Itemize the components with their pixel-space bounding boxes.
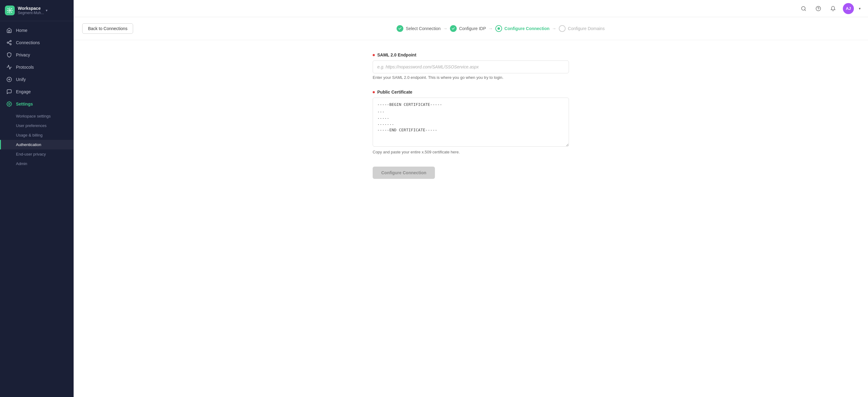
saml-endpoint-hint: Enter your SAML 2.0 endpoint. This is wh… — [373, 75, 569, 80]
step-1-icon — [397, 25, 403, 32]
step-2-label: Configure IDP — [459, 26, 486, 31]
public-cert-field: Public Certificate -----BEGIN CERTIFICAT… — [373, 90, 569, 154]
workspace-header[interactable]: Workspace Segment-Muh... ▾ — [0, 0, 73, 21]
workspace-sub: Segment-Muh... — [18, 11, 44, 15]
sidebar-item-engage-label: Engage — [16, 89, 31, 94]
sidebar-item-settings-label: Settings — [16, 101, 33, 106]
protocols-icon — [6, 64, 12, 70]
workspace-settings-label: Workspace settings — [16, 114, 51, 118]
sidebar-item-engage[interactable]: Engage — [0, 86, 73, 98]
end-user-privacy-label: End-user privacy — [16, 152, 46, 156]
saml-endpoint-label: SAML 2.0 Endpoint — [373, 53, 569, 57]
workspace-chevron-icon: ▾ — [46, 8, 48, 12]
sidebar-item-protocols-label: Protocols — [16, 65, 34, 70]
page-content: Back to Connections Select Connection → … — [73, 17, 868, 397]
sidebar-item-privacy-label: Privacy — [16, 53, 30, 57]
wizard-step-select-connection: Select Connection — [397, 25, 441, 32]
step-1-label: Select Connection — [406, 26, 441, 31]
svg-point-0 — [9, 10, 11, 11]
sidebar-item-workspace-settings[interactable]: Workspace settings — [0, 111, 73, 121]
wizard-step-configure-idp: Configure IDP — [450, 25, 486, 32]
main-nav: Home Connections Privacy Protocols — [0, 21, 73, 397]
wizard-arrow-1: → — [443, 26, 447, 31]
sidebar-item-home-label: Home — [16, 28, 27, 33]
wizard-step-configure-domains: Configure Domains — [559, 25, 605, 32]
wizard-arrow-3: → — [552, 26, 556, 31]
public-cert-hint: Copy and paste your entire x.509 certifi… — [373, 150, 569, 154]
sidebar-item-usage-billing[interactable]: Usage & billing — [0, 130, 73, 140]
privacy-icon — [6, 52, 12, 58]
avatar[interactable]: AJ — [843, 3, 854, 14]
required-dot-saml — [373, 54, 375, 56]
settings-subnav: Workspace settings User preferences Usag… — [0, 110, 73, 171]
sidebar-item-privacy[interactable]: Privacy — [0, 49, 73, 61]
svg-line-4 — [8, 43, 10, 44]
wizard-steps: Select Connection → Configure IDP → Co — [142, 25, 860, 32]
notifications-icon[interactable] — [828, 4, 838, 13]
public-cert-label: Public Certificate — [373, 90, 569, 94]
sidebar-item-unify[interactable]: Unify — [0, 73, 73, 86]
sidebar-item-home[interactable]: Home — [0, 24, 73, 36]
sidebar-item-admin[interactable]: Admin — [0, 159, 73, 169]
form-area: SAML 2.0 Endpoint Enter your SAML 2.0 en… — [367, 53, 575, 179]
step-3-label: Configure Connection — [504, 26, 550, 31]
connections-icon — [6, 39, 12, 46]
saml-endpoint-input[interactable] — [373, 60, 569, 73]
sidebar-item-authentication[interactable]: Authentication — [0, 140, 73, 149]
step-2-icon — [450, 25, 457, 32]
user-preferences-label: User preferences — [16, 123, 46, 128]
home-icon — [6, 27, 12, 33]
engage-icon — [6, 89, 12, 95]
step-4-icon — [559, 25, 565, 32]
avatar-chevron-icon[interactable]: ▾ — [859, 6, 861, 11]
wizard-bar: Back to Connections Select Connection → … — [73, 17, 868, 40]
sidebar-item-connections[interactable]: Connections — [0, 36, 73, 49]
wizard-step-configure-connection: Configure Connection — [495, 25, 550, 32]
step-3-icon — [495, 25, 502, 32]
sidebar-item-protocols[interactable]: Protocols — [0, 61, 73, 73]
admin-label: Admin — [16, 161, 27, 166]
public-cert-textarea[interactable]: -----BEGIN CERTIFICATE----- ... ..... ..… — [373, 97, 569, 147]
main-wrapper: AJ ▾ Back to Connections Select Connecti… — [73, 0, 868, 397]
authentication-label: Authentication — [16, 142, 41, 147]
help-icon[interactable] — [813, 4, 823, 13]
sidebar: Workspace Segment-Muh... ▾ Home Connecti… — [0, 0, 73, 397]
app-logo — [5, 5, 15, 16]
settings-icon — [6, 101, 12, 107]
usage-billing-label: Usage & billing — [16, 133, 43, 138]
step-4-label: Configure Domains — [568, 26, 605, 31]
sidebar-item-settings[interactable]: Settings — [0, 98, 73, 110]
sidebar-item-connections-label: Connections — [16, 40, 40, 45]
svg-line-5 — [8, 41, 10, 42]
back-to-connections-button[interactable]: Back to Connections — [82, 23, 133, 34]
topbar: AJ ▾ — [73, 0, 868, 17]
wizard-arrow-2: → — [489, 26, 493, 31]
svg-point-7 — [8, 103, 10, 105]
search-icon[interactable] — [799, 4, 808, 13]
configure-connection-button[interactable]: Configure Connection — [373, 166, 435, 179]
saml-endpoint-field: SAML 2.0 Endpoint Enter your SAML 2.0 en… — [373, 53, 569, 80]
sidebar-item-user-preferences[interactable]: User preferences — [0, 121, 73, 130]
unify-icon — [6, 77, 12, 83]
sidebar-item-unify-label: Unify — [16, 77, 26, 82]
required-dot-cert — [373, 91, 375, 93]
workspace-name: Workspace — [18, 6, 44, 11]
sidebar-item-end-user-privacy[interactable]: End-user privacy — [0, 149, 73, 159]
svg-line-9 — [805, 9, 805, 10]
